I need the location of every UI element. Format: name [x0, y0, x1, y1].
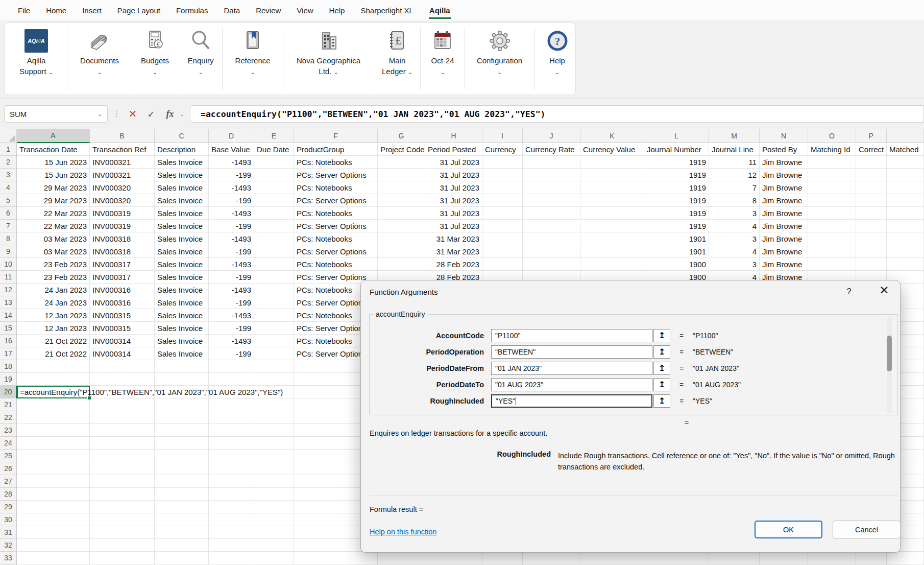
- fill-handle[interactable]: [87, 396, 91, 400]
- cell-C30[interactable]: [155, 513, 209, 526]
- cell-B25[interactable]: [90, 450, 155, 462]
- menu-tab-view[interactable]: View: [297, 6, 313, 15]
- cell-G1[interactable]: Project Code: [378, 143, 425, 156]
- cell-F5[interactable]: PCs: Server Options: [294, 194, 378, 207]
- cell-G7[interactable]: [378, 220, 425, 232]
- cell-B29[interactable]: [90, 501, 155, 513]
- chevron-down-icon[interactable]: ⌄: [177, 105, 186, 123]
- menu-tab-sharperlight-xl[interactable]: Sharperlight XL: [360, 6, 413, 15]
- cell-C31[interactable]: [155, 526, 209, 539]
- cell-N4[interactable]: Jim Browne: [760, 181, 808, 194]
- cell-E4[interactable]: [254, 181, 294, 194]
- cell-P2[interactable]: [856, 156, 887, 169]
- cell-B8[interactable]: INV000318: [90, 232, 155, 245]
- cell-A18[interactable]: [17, 360, 90, 373]
- row-header-32[interactable]: 32: [0, 539, 17, 552]
- row-header-16[interactable]: 16: [0, 335, 17, 347]
- cell-K5[interactable]: [580, 194, 644, 207]
- ribbon-button-budgets[interactable]: £Budgets⌄: [131, 23, 179, 95]
- row-header-30[interactable]: 30: [0, 513, 17, 526]
- cell-N3[interactable]: Jim Browne: [760, 169, 808, 181]
- cell-B21[interactable]: [90, 398, 155, 411]
- cell-A5[interactable]: 29 Mar 2023: [17, 194, 90, 207]
- cell-P6[interactable]: [856, 207, 887, 220]
- cell-E21[interactable]: [254, 398, 294, 411]
- cell-A25[interactable]: [17, 450, 90, 462]
- row-header-1[interactable]: 1: [0, 143, 17, 156]
- cell-E27[interactable]: [254, 475, 294, 488]
- cell-B17[interactable]: INV000314: [90, 347, 155, 360]
- cell-C29[interactable]: [155, 501, 209, 513]
- cell-E12[interactable]: [254, 284, 294, 296]
- cell-A15[interactable]: 12 Jan 2023: [17, 322, 90, 335]
- ribbon-button-reference[interactable]: Reference⌄: [223, 23, 283, 95]
- cell-C9[interactable]: Sales Invoice: [155, 245, 209, 258]
- cell-D19[interactable]: [209, 373, 254, 386]
- cell-E19[interactable]: [254, 373, 294, 386]
- column-header-H[interactable]: H: [425, 129, 482, 143]
- cell-L1[interactable]: Journal Number: [644, 143, 709, 156]
- cell-Q7[interactable]: [887, 220, 924, 232]
- row-header-24[interactable]: 24: [0, 437, 17, 450]
- cell-B4[interactable]: INV000320: [90, 181, 155, 194]
- collapse-dialog-icon[interactable]: ↥: [653, 345, 670, 359]
- cell-C15[interactable]: Sales Invoice: [155, 322, 209, 335]
- cell-D14[interactable]: -1493: [209, 309, 254, 322]
- argument-input-accountcode[interactable]: "P1100": [491, 329, 652, 342]
- ribbon-button-documents[interactable]: Documents⌄: [68, 23, 131, 95]
- cell-H8[interactable]: 31 Mar 2023: [425, 232, 482, 245]
- column-header-L[interactable]: L: [644, 129, 709, 143]
- column-header-D[interactable]: D: [209, 129, 254, 143]
- row-header-18[interactable]: 18: [0, 360, 17, 373]
- cell-A16[interactable]: 21 Oct 2022: [17, 335, 90, 347]
- cell-A32[interactable]: [17, 539, 90, 552]
- cell-Q9[interactable]: [887, 245, 924, 258]
- cell-C2[interactable]: Sales Invoice: [155, 156, 209, 169]
- cell-A7[interactable]: 22 Mar 2023: [17, 220, 90, 232]
- cell-E7[interactable]: [254, 220, 294, 232]
- cell-J1[interactable]: Currency Rate: [523, 143, 580, 156]
- cell-Q33[interactable]: [887, 552, 924, 564]
- cell-C18[interactable]: [155, 360, 209, 373]
- cell-H5[interactable]: 31 Jul 2023: [425, 194, 482, 207]
- cell-K9[interactable]: [580, 245, 644, 258]
- cell-B11[interactable]: INV000317: [90, 271, 155, 284]
- cell-E22[interactable]: [254, 411, 294, 424]
- row-header-14[interactable]: 14: [0, 309, 17, 322]
- cell-A3[interactable]: 15 Jun 2023: [17, 169, 90, 181]
- cell-F10[interactable]: PCs: Notebooks: [294, 258, 378, 271]
- cell-C14[interactable]: Sales Invoice: [155, 309, 209, 322]
- cell-Q3[interactable]: [887, 169, 924, 181]
- row-header-10[interactable]: 10: [0, 258, 17, 271]
- cell-A13[interactable]: 24 Jan 2023: [17, 296, 90, 309]
- cell-F2[interactable]: PCs: Notebooks: [294, 156, 378, 169]
- cell-B30[interactable]: [90, 513, 155, 526]
- cell-E9[interactable]: [254, 245, 294, 258]
- cell-D21[interactable]: [209, 398, 254, 411]
- cell-G5[interactable]: [378, 194, 425, 207]
- argument-input-periodoperation[interactable]: "BETWEEN": [491, 345, 652, 359]
- cell-E23[interactable]: [254, 424, 294, 437]
- menu-tab-aqilla[interactable]: Aqilla: [429, 6, 450, 15]
- cell-O10[interactable]: [808, 258, 856, 271]
- cell-M2[interactable]: 11: [709, 156, 760, 169]
- cell-K10[interactable]: [580, 258, 644, 271]
- row-header-20[interactable]: 20: [0, 386, 17, 398]
- row-header-31[interactable]: 31: [0, 526, 17, 539]
- cell-N9[interactable]: Jim Browne: [760, 245, 808, 258]
- cell-D18[interactable]: [209, 360, 254, 373]
- cell-E24[interactable]: [254, 437, 294, 450]
- row-header-3[interactable]: 3: [0, 169, 17, 181]
- ribbon-button-aqilla-support[interactable]: AQi//AAqillaSupport ⌄: [5, 23, 68, 95]
- cell-N1[interactable]: Posted By: [760, 143, 808, 156]
- cell-O8[interactable]: [808, 232, 856, 245]
- menu-tab-file[interactable]: File: [18, 6, 30, 15]
- cell-D9[interactable]: -199: [209, 245, 254, 258]
- cell-C1[interactable]: Description: [155, 143, 209, 156]
- cell-B26[interactable]: [90, 462, 155, 475]
- cell-K8[interactable]: [580, 232, 644, 245]
- cell-H6[interactable]: 31 Jul 2023: [425, 207, 482, 220]
- cell-D6[interactable]: -1493: [209, 207, 254, 220]
- cell-M33[interactable]: [709, 552, 760, 564]
- row-header-6[interactable]: 6: [0, 207, 17, 220]
